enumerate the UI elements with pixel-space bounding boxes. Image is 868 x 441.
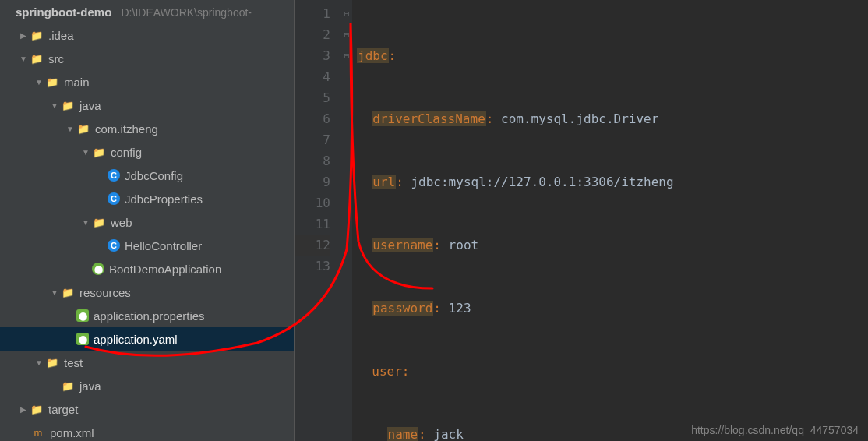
package-icon (76, 122, 90, 136)
line-number: 5 (295, 87, 330, 108)
project-tree[interactable]: springboot-demo D:\IDEAWORK\springboot- … (0, 0, 295, 441)
code-editor[interactable]: 1 2 3 4 5 6 7 8 9 10 11 12 13 ⊟ ⊟ ⊟ jdbc… (295, 0, 868, 441)
tree-item-jdbcconfig[interactable]: JdbcConfig (125, 169, 294, 182)
tree-item-jdbcprops[interactable]: JdbcProperties (125, 192, 294, 206)
tree-item-target[interactable]: target (48, 403, 294, 416)
watermark: https://blog.csdn.net/qq_44757034 (691, 424, 859, 436)
yaml-value: jdbc:mysql://127.0.0.1:3306/itzheng (411, 175, 673, 189)
class-icon: C (108, 169, 120, 182)
class-icon: C (108, 192, 120, 205)
line-number: 1 (295, 3, 330, 24)
line-number: 3 (295, 45, 330, 66)
yaml-key: driverClassName (372, 111, 486, 126)
tree-item-appprops[interactable]: application.properties (94, 309, 294, 323)
tree-item-selected: ⬤ application.yaml (0, 327, 294, 351)
resources-folder-icon (61, 285, 75, 299)
yaml-key: jdbc (357, 48, 389, 63)
line-number: 13 (295, 256, 330, 277)
folder-icon (45, 75, 59, 89)
project-name: springboot-demo (16, 5, 111, 19)
yaml-key: password (372, 301, 433, 316)
yaml-key: user (372, 364, 402, 379)
tree-item-package[interactable]: com.itzheng (95, 122, 294, 136)
yaml-value: com.mysql.jdbc.Driver (501, 111, 658, 126)
tree-item-testjava[interactable]: java (79, 379, 294, 393)
line-number: 6 (295, 108, 330, 129)
code-area[interactable]: jdbc: driverClassName: com.mysql.jdbc.Dr… (352, 0, 868, 441)
tree-item-java[interactable]: java (79, 99, 294, 112)
tree-item-main[interactable]: main (64, 76, 294, 89)
folder-icon (30, 28, 44, 42)
tree-item-pom[interactable]: pom.xml (50, 426, 294, 439)
folder-icon (30, 51, 44, 65)
target-folder-icon (30, 402, 44, 416)
yaml-key: username (372, 238, 433, 252)
fold-gutter[interactable]: ⊟ ⊟ ⊟ (341, 0, 352, 441)
yaml-key: name (387, 427, 419, 441)
project-path: D:\IDEAWORK\springboot- (122, 6, 252, 19)
line-number: 7 (295, 129, 330, 150)
chevron-down-icon (3, 5, 16, 18)
chevron-down-icon[interactable] (48, 286, 61, 298)
yaml-file-icon: ⬤ (76, 333, 89, 345)
tree-item-resources[interactable]: resources (79, 286, 294, 299)
chevron-down-icon[interactable] (33, 76, 45, 88)
chevron-down-icon[interactable] (48, 99, 61, 111)
tree-item-bootapp[interactable]: BootDemoApplication (109, 263, 294, 276)
project-root[interactable]: springboot-demo D:\IDEAWORK\springboot- (16, 5, 294, 19)
tree-item-config[interactable]: config (111, 146, 294, 159)
yaml-value: jack (433, 427, 464, 441)
folder-icon (45, 355, 59, 369)
line-number: 4 (295, 66, 330, 87)
class-icon: C (108, 239, 120, 252)
yaml-key: url (372, 175, 396, 189)
yaml-value: root (449, 238, 479, 252)
folder-icon (61, 98, 75, 112)
chevron-right-icon[interactable] (17, 29, 30, 41)
line-number-gutter: 1 2 3 4 5 6 7 8 9 10 11 12 13 (295, 0, 341, 441)
tree-item-src[interactable]: src (48, 52, 294, 65)
tree-item-idea[interactable]: .idea (48, 29, 294, 42)
line-number: 10 (295, 192, 330, 213)
chevron-right-icon[interactable] (17, 403, 30, 415)
properties-file-icon: ⬤ (76, 309, 89, 322)
line-number: 9 (295, 171, 330, 192)
chevron-down-icon[interactable] (17, 52, 30, 65)
test-folder-icon: 📁 (61, 379, 75, 393)
chevron-down-icon[interactable] (79, 216, 92, 228)
chevron-down-icon[interactable] (64, 122, 76, 135)
package-icon (92, 215, 106, 229)
package-icon (92, 145, 106, 159)
tree-item-web[interactable]: web (111, 216, 294, 229)
line-number: 12 (295, 235, 330, 256)
chevron-down-icon[interactable] (79, 146, 92, 158)
line-number: 11 (295, 213, 330, 235)
yaml-value: 123 (449, 301, 471, 316)
spring-boot-icon: ⬤ (92, 263, 104, 275)
line-number: 2 (295, 24, 330, 45)
tree-item-appyaml[interactable]: application.yaml (94, 333, 294, 346)
chevron-down-icon[interactable] (33, 356, 45, 369)
line-number: 8 (295, 150, 330, 171)
tree-item-test[interactable]: test (64, 356, 294, 369)
tree-item-hello[interactable]: HelloController (125, 239, 294, 252)
maven-icon: m (31, 425, 45, 439)
